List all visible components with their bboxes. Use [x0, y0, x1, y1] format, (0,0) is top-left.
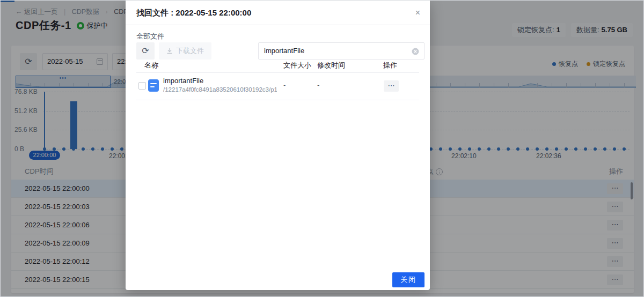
file-actions-button[interactable]: ⋯	[384, 80, 399, 92]
actions-column-header: 操作	[383, 61, 397, 70]
download-label: 下载文件	[176, 46, 204, 56]
all-files-label: 全部文件	[136, 32, 164, 41]
download-icon	[166, 48, 173, 54]
file-table-header: 名称 文件大小 修改时间 操作	[126, 56, 430, 72]
dialog-title: 找回文件 : 2022-05-15 22:00:00	[136, 8, 251, 18]
file-modified-cell: -	[317, 81, 319, 89]
search-value: importantFile	[264, 47, 304, 55]
retrieve-files-dialog: 找回文件 : 2022-05-15 22:00:00 × 全部文件 ⟳ 下载文件…	[126, 1, 430, 290]
file-row[interactable]: importantFile /12217a4f0fc8491a83520610f…	[126, 72, 430, 100]
file-size-cell: -	[283, 81, 286, 89]
file-icon	[148, 79, 159, 92]
close-button[interactable]: 关闭	[392, 272, 425, 287]
file-path: /12217a4f0fc8491a83520610f30192c3/p1/roo…	[163, 86, 277, 93]
size-column-header: 文件大小	[283, 61, 311, 70]
name-column-header: 名称	[144, 61, 158, 70]
file-name: importantFile	[163, 77, 203, 85]
file-checkbox[interactable]	[138, 82, 146, 90]
app-window: ← 返回上一页 | CDP数据 › CDP任务-1 CDP任务-1 保护中 锁定…	[0, 0, 644, 297]
modified-column-header: 修改时间	[317, 61, 345, 70]
close-icon[interactable]: ×	[415, 8, 420, 18]
clear-input-icon[interactable]	[412, 48, 419, 55]
